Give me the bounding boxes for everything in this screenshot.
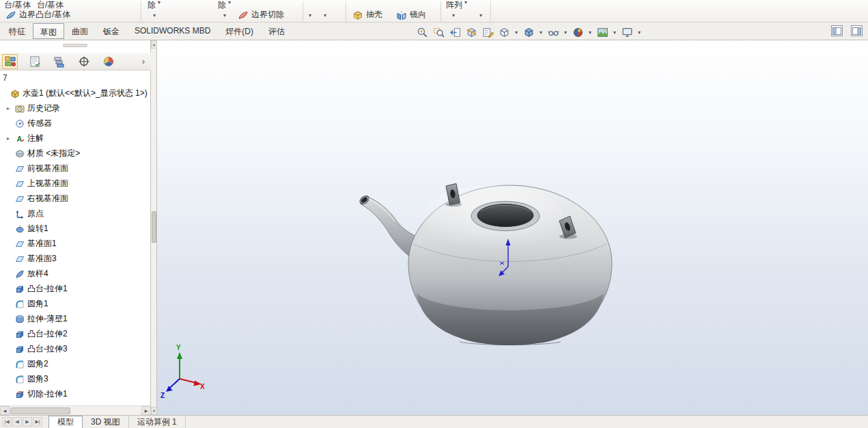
tree-item-material[interactable]: 材质 <未指定> (0, 146, 151, 161)
bottom-tab-model[interactable]: 模型 (48, 416, 83, 428)
tree-item-label: 凸台-拉伸2 (27, 328, 68, 340)
view-settings-icon[interactable] (620, 25, 634, 39)
mirror-button[interactable]: 镜向 (396, 9, 426, 21)
view-settings-caret[interactable]: ▾ (636, 29, 642, 36)
tree-item-boss-extrude1[interactable]: 凸台-拉伸1 (0, 281, 151, 296)
edit-appearance-icon[interactable] (571, 25, 585, 39)
scroll-right-arrow[interactable]: ▶ (141, 406, 151, 415)
sensor-icon (15, 118, 25, 129)
panel-flyout-chevron-icon[interactable]: › (138, 56, 149, 66)
teapot-model[interactable] (359, 184, 612, 346)
shell-button[interactable]: 抽壳 (352, 9, 382, 21)
featuremanager-tree-tab[interactable] (2, 54, 18, 69)
configurationmanager-tab[interactable] (51, 54, 67, 69)
view-orientation-caret[interactable]: ▾ (514, 29, 519, 36)
tree-item-boss-extrude2[interactable]: 凸台-拉伸2 (0, 326, 151, 341)
tree-item-label: 前视基准面 (27, 163, 68, 174)
panel-splitter-grip[interactable] (63, 44, 87, 47)
tree-item-fillet2[interactable]: 圆角2 (0, 356, 151, 371)
pattern-button[interactable]: 阵列▾ (446, 0, 467, 11)
tree-item-right-plane[interactable]: 右视基准面 (0, 191, 151, 206)
tab-evaluate[interactable]: 评估 (261, 23, 292, 40)
first-tab-button[interactable]: |◀ (2, 417, 12, 427)
tree-item-sensors[interactable]: 传感器 (0, 116, 151, 131)
previous-tab-button[interactable]: ◀ (12, 417, 22, 427)
scroll-left-arrow[interactable]: ◀ (0, 406, 10, 415)
tree-item-label: 凸台-拉伸3 (27, 343, 68, 355)
tree-horizontal-scrollbar[interactable]: ◀ ▶ (0, 405, 151, 415)
dropdown-caret[interactable]: ▾ (324, 12, 326, 19)
zoom-to-fit-icon[interactable] (415, 25, 429, 39)
tree-item-extrude-thin1[interactable]: 拉伸-薄壁1 (0, 311, 151, 326)
ribbon-toolbar: 台/基体 台/基体 边界凸台/基体 除▾ ▾ 除▾ ▾ 边界切除 ▾ ▾ 抽壳 … (0, 0, 868, 23)
tree-item-history[interactable]: ▸历史记录 (0, 101, 151, 116)
svg-text:A: A (17, 135, 23, 143)
dimxpertmanager-tab[interactable] (76, 54, 92, 69)
revolve-cut-caret[interactable]: ▾ (223, 12, 226, 19)
tab-sheet-metal[interactable]: 钣金 (96, 23, 127, 40)
tree-item-annotations[interactable]: ▸A注解 (0, 131, 151, 146)
vscroll-thumb[interactable] (152, 211, 156, 243)
section-view-icon[interactable] (464, 25, 478, 39)
displaymanager-tab[interactable] (100, 54, 116, 69)
tree-item-boss-extrude3[interactable]: 凸台-拉伸3 (0, 341, 151, 356)
tree-item-fillet3[interactable]: 圆角3 (0, 371, 151, 386)
tree-root-part[interactable]: 水壶1 (默认<<默认>_显示状态 1>) (0, 85, 151, 101)
tree-item-top-plane[interactable]: 上视基准面 (0, 176, 151, 191)
z-axis-label: Z (160, 392, 165, 399)
graphics-area[interactable]: Y X Z (157, 40, 868, 415)
display-style-icon[interactable] (522, 25, 535, 39)
propertymanager-tab[interactable] (27, 54, 42, 69)
tree-item-label: 注解 (27, 133, 44, 144)
fillet-icon (15, 374, 25, 384)
origin-icon (15, 209, 25, 219)
panel-tabs: › (0, 53, 151, 70)
tree-item-label: 拉伸-薄壁1 (27, 313, 68, 325)
bottom-tab-3d-views[interactable]: 3D 视图 (83, 416, 129, 428)
collapse-pane-button[interactable] (831, 25, 843, 36)
hide-show-items-icon[interactable] (546, 25, 560, 39)
boss-extrude-icon (15, 329, 25, 339)
tree-item-plane3[interactable]: 基准面3 (0, 251, 151, 266)
bottom-tab-motion-study-1[interactable]: 运动算例 1 (129, 416, 186, 428)
dropdown-caret[interactable]: ▾ (479, 12, 482, 19)
dropdown-caret[interactable]: ▾ (309, 12, 311, 19)
tree-item-loft4[interactable]: 放样4 (0, 266, 151, 281)
boundary-boss-base-button[interactable]: 边界凸台/基体 (5, 9, 70, 21)
apply-scene-caret[interactable]: ▾ (612, 29, 617, 36)
expand-pane-button[interactable] (851, 25, 863, 36)
tree-item-origin[interactable]: 原点 (0, 206, 151, 221)
tab-solidworks-mbd[interactable]: SOLIDWORKS MBD (127, 23, 218, 40)
scroll-down-arrow[interactable]: ▼ (151, 407, 157, 415)
tab-weldments[interactable]: 焊件(D) (218, 23, 261, 40)
apply-scene-icon[interactable] (596, 25, 609, 39)
tree-item-front-plane[interactable]: 前视基准面 (0, 161, 151, 176)
tab-features[interactable]: 特征 (1, 23, 33, 40)
previous-view-icon[interactable] (448, 25, 462, 39)
tree-item-plane1[interactable]: 基准面1 (0, 236, 151, 251)
tab-sketch[interactable]: 草图 (33, 23, 64, 39)
revolve-cut-button[interactable]: 除▾ (218, 0, 231, 11)
hscroll-thumb[interactable] (10, 407, 70, 414)
display-style-caret[interactable]: ▾ (538, 29, 544, 36)
extrude-cut-caret[interactable]: ▾ (153, 12, 156, 19)
tree-item-cut-extrude1[interactable]: 切除-拉伸1 (0, 386, 151, 401)
hide-show-items-caret[interactable]: ▾ (563, 29, 568, 36)
chevron-down-icon: ▾ (464, 0, 467, 6)
scroll-up-arrow[interactable]: ▲ (151, 40, 157, 49)
tree-item-revolve1[interactable]: 旋转1 (0, 221, 151, 236)
view-orientation-icon[interactable] (497, 25, 511, 39)
next-tab-button[interactable]: ▶ (23, 417, 32, 427)
tree-vertical-scrollbar[interactable]: ▲ ▼ (151, 40, 157, 415)
tree-item-fillet1[interactable]: 圆角1 (0, 296, 151, 311)
last-tab-button[interactable]: ▶| (33, 417, 42, 427)
expand-arrow-icon[interactable]: ▸ (7, 105, 13, 111)
pattern-caret[interactable]: ▾ (452, 12, 455, 19)
dynamic-annotation-views-icon[interactable] (481, 25, 494, 39)
expand-arrow-icon[interactable]: ▸ (7, 135, 13, 142)
zoom-to-area-icon[interactable] (432, 25, 445, 39)
edit-appearance-caret[interactable]: ▾ (587, 29, 593, 36)
extrude-cut-button[interactable]: 除▾ (148, 0, 160, 11)
boundary-cut-button[interactable]: 边界切除 (238, 9, 284, 21)
tab-surfaces[interactable]: 曲面 (64, 23, 96, 40)
